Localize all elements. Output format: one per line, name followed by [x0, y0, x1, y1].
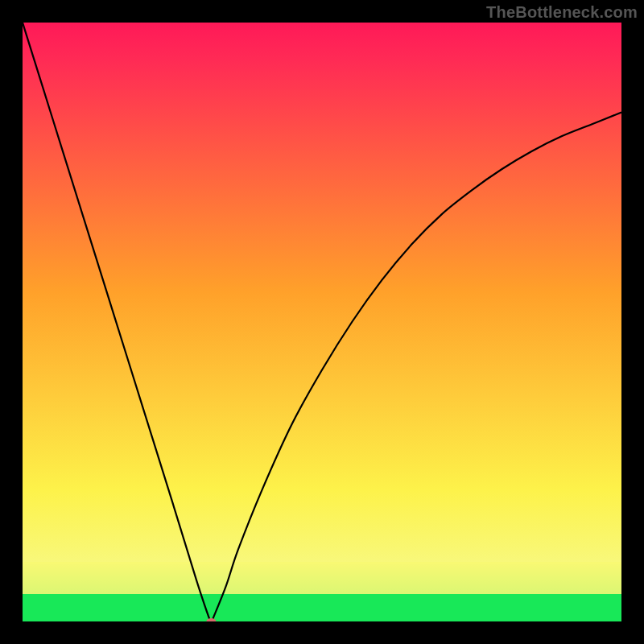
watermark-text: TheBottleneck.com	[486, 3, 638, 22]
plot-area	[23, 23, 621, 621]
gradient-background	[23, 23, 621, 621]
plot-svg	[23, 23, 621, 621]
yellow-band	[23, 562, 621, 594]
green-band	[23, 594, 621, 621]
chart-frame: TheBottleneck.com	[0, 0, 644, 644]
